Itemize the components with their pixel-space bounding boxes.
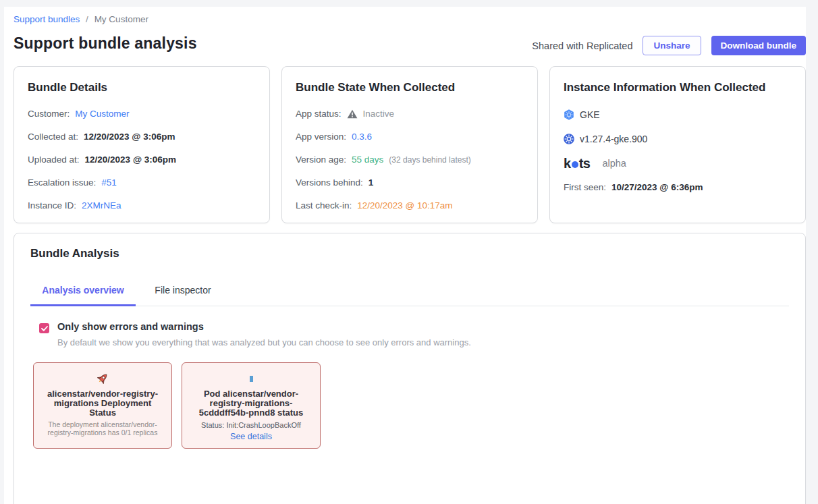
gke-icon — [564, 109, 574, 120]
uploaded-at-row: Uploaded at: 12/20/2023 @ 3:06pm — [28, 155, 256, 165]
errors-warnings-checkbox[interactable] — [39, 323, 49, 333]
versions-behind-row: Versions behind: 1 — [296, 178, 524, 188]
breadcrumb: Support bundles / My Customer — [13, 14, 148, 24]
app-version-label: App version: — [296, 132, 346, 142]
page-title: Support bundle analysis — [13, 34, 197, 53]
filter-label: Only show errors and warnings — [57, 321, 471, 333]
issue-title: Pod alicenstar/vendor-registry-migration… — [189, 389, 313, 418]
breadcrumb-support-bundles-link[interactable]: Support bundles — [13, 14, 80, 24]
version-age-label: Version age: — [296, 155, 346, 165]
app-version-link[interactable]: 0.3.6 — [352, 132, 372, 142]
uploaded-at-label: Uploaded at: — [28, 155, 80, 165]
app-status-label: App status: — [296, 109, 342, 119]
kots-logo-k: k — [564, 158, 571, 169]
versions-behind-label: Versions behind: — [296, 178, 363, 188]
filter-text-block: Only show errors and warnings By default… — [57, 321, 471, 347]
content-panel: Support bundles / My Customer Support bu… — [4, 7, 806, 504]
issue-message: The deployment alicenstar/vendor-registr… — [40, 421, 165, 437]
first-seen-value: 10/27/2023 @ 6:36pm — [611, 182, 703, 193]
issues-row: alicenstar/vendor-registry-migrations De… — [30, 362, 789, 449]
first-seen-label: First seen: — [564, 182, 606, 193]
see-details-link[interactable]: See details — [230, 432, 272, 441]
warning-icon — [347, 109, 358, 119]
breadcrumb-current: My Customer — [94, 14, 148, 24]
customer-link[interactable]: My Customer — [75, 109, 129, 119]
distribution-value: GKE — [580, 109, 600, 120]
kots-logo-ts: ts — [579, 158, 591, 169]
last-checkin-value: 12/20/2023 @ 10:17am — [357, 201, 452, 211]
version-age-note: (32 days behind latest) — [389, 155, 470, 165]
app-status-value: Inactive — [363, 109, 395, 119]
collected-at-value: 12/20/2023 @ 3:06pm — [84, 132, 175, 142]
errors-warnings-filter: Only show errors and warnings By default… — [30, 321, 789, 347]
version-age-row: Version age: 55 days (32 days behind lat… — [296, 155, 524, 165]
k8s-version-value: v1.27.4-gke.900 — [580, 134, 647, 144]
instance-info-card: Instance Information When Collected GKE — [549, 66, 806, 223]
customer-row: Customer: My Customer — [28, 109, 256, 119]
filter-description: By default we show you everything that w… — [57, 337, 471, 347]
issue-card-deployment: alicenstar/vendor-registry-migrations De… — [33, 362, 172, 449]
header-actions: Shared with Replicated Unshare Download … — [532, 36, 806, 55]
instance-id-link[interactable]: 2XMrNEa — [82, 201, 121, 211]
customer-label: Customer: — [28, 109, 70, 119]
breadcrumb-separator: / — [86, 14, 88, 24]
bundle-analysis-title: Bundle Analysis — [30, 247, 789, 260]
last-checkin-row: Last check-in: 12/20/2023 @ 10:17am — [296, 201, 524, 211]
collected-at-row: Collected at: 12/20/2023 @ 3:06pm — [28, 132, 256, 142]
tab-analysis-overview[interactable]: Analysis overview — [30, 278, 136, 306]
instance-id-row: Instance ID: 2XMrNEa — [28, 201, 256, 211]
download-bundle-button[interactable]: Download bundle — [711, 36, 807, 55]
pod-icon — [250, 376, 253, 382]
issue-title: alicenstar/vendor-registry-migrations De… — [40, 389, 165, 418]
uploaded-at-value: 12/20/2023 @ 3:06pm — [85, 155, 177, 165]
kots-channel: alpha — [602, 158, 626, 169]
instance-id-label: Instance ID: — [28, 201, 76, 211]
kubernetes-icon — [564, 134, 574, 144]
last-checkin-label: Last check-in: — [296, 201, 352, 211]
bundle-state-card: Bundle State When Collected App status: … — [281, 66, 538, 223]
escalation-issue-link[interactable]: #51 — [101, 178, 117, 188]
instance-info-title: Instance Information When Collected — [564, 81, 792, 94]
k8s-version-row: v1.27.4-gke.900 — [564, 134, 792, 144]
escalation-issue-label: Escalation issue: — [28, 178, 96, 188]
rocket-icon — [96, 372, 109, 385]
analysis-tabs: Analysis overview File inspector — [30, 278, 789, 306]
escalation-issue-row: Escalation issue: #51 — [28, 178, 256, 188]
distribution-row: GKE — [564, 109, 792, 120]
version-age-value: 55 days — [352, 155, 383, 165]
bundle-analysis-card: Bundle Analysis Analysis overview File i… — [13, 233, 806, 504]
kots-row: kts alpha — [564, 158, 792, 169]
bundle-state-title: Bundle State When Collected — [296, 81, 524, 94]
check-icon — [41, 326, 48, 331]
versions-behind-value: 1 — [369, 178, 374, 188]
kots-logo-o-icon — [572, 161, 578, 168]
bundle-details-card: Bundle Details Customer: My Customer Col… — [13, 66, 270, 223]
kots-logo: kts — [564, 158, 590, 169]
unshare-button[interactable]: Unshare — [643, 36, 701, 55]
app-status-row: App status: Inactive — [296, 109, 524, 119]
issue-icon-wrap — [96, 371, 109, 386]
issue-icon-wrap — [250, 371, 253, 386]
collected-at-label: Collected at: — [28, 132, 78, 142]
shared-status-text: Shared with Replicated — [532, 40, 632, 51]
tab-file-inspector[interactable]: File inspector — [136, 278, 230, 306]
issue-status: Status: Init:CrashLoopBackOff — [201, 421, 301, 430]
issue-card-pod-status: Pod alicenstar/vendor-registry-migration… — [182, 362, 321, 449]
first-seen-row: First seen: 10/27/2023 @ 6:36pm — [564, 182, 792, 193]
app-version-row: App version: 0.3.6 — [296, 132, 524, 142]
bundle-details-title: Bundle Details — [28, 81, 256, 94]
